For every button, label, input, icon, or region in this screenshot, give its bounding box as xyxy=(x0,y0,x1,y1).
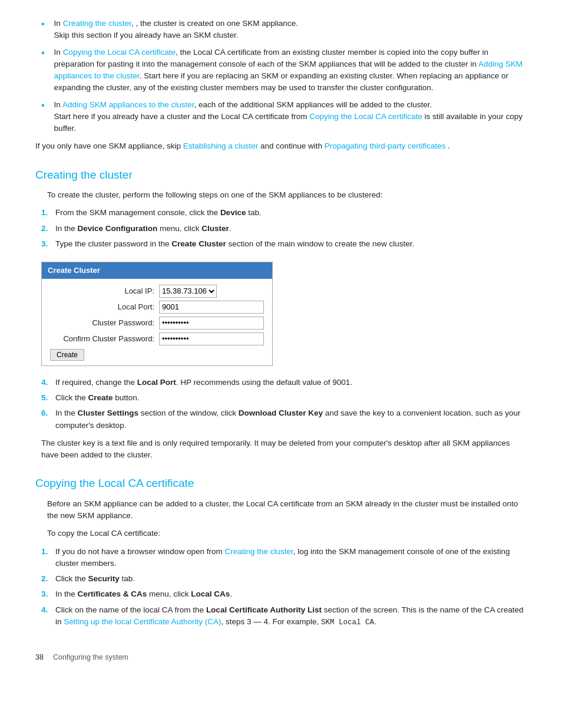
section2-step-2-num: 2. xyxy=(41,573,52,585)
section2-step-3-text: In the Certificates & CAs menu, click Lo… xyxy=(55,588,527,600)
creating-cluster-link-3[interactable]: Creating the cluster xyxy=(224,547,293,556)
local-ip-label: Local IP: xyxy=(50,285,159,297)
cluster-box-body: Local IP: 15.38.73.106 Local Port: Clust… xyxy=(42,279,272,365)
step-6-text: In the Cluster Settings section of the w… xyxy=(55,407,527,431)
section2-step-4-text: Click on the name of the local CA from t… xyxy=(55,604,527,628)
section2-step-2-bold: Security xyxy=(88,574,120,583)
bullet-3-text2: Start here if you already have a cluster… xyxy=(54,112,310,121)
step-5-text: Click the Create button. xyxy=(55,392,527,404)
setting-up-ca-link[interactable]: Setting up the local Certificate Authori… xyxy=(64,617,221,626)
step-5-bold: Create xyxy=(88,393,113,402)
step-6: 6. In the Cluster Settings section of th… xyxy=(35,407,527,431)
step-2-text: In the Device Configuration menu, click … xyxy=(55,223,527,235)
step-2-num: 2. xyxy=(41,223,52,235)
section2-step-2: 2. Click the Security tab. xyxy=(35,573,527,585)
creating-cluster-link-1[interactable]: Creating the cluster xyxy=(63,19,131,28)
step-2-bold2: Cluster xyxy=(201,224,229,233)
section2-step-1-num: 1. xyxy=(41,546,52,570)
step-1-bold: Device xyxy=(220,208,246,217)
step-4-num: 4. xyxy=(41,377,52,388)
cluster-form-row-confirm: Confirm Cluster Password: xyxy=(50,332,264,345)
page-number: 38 xyxy=(35,652,44,663)
local-ip-select[interactable]: 15.38.73.106 xyxy=(159,285,217,298)
step-6-bold1: Cluster Settings xyxy=(78,409,139,417)
step-1-text: From the SKM management console, click t… xyxy=(55,207,527,219)
cluster-form-row-ip: Local IP: 15.38.73.106 xyxy=(50,285,264,298)
section2-intro1: Before an SKM appliance can be added to … xyxy=(35,498,527,522)
step-1-num: 1. xyxy=(41,207,52,219)
local-port-input[interactable] xyxy=(159,301,264,314)
bullet-2-content: In Copying the Local CA certificate, the… xyxy=(54,47,527,94)
step-3-bold: Create Cluster xyxy=(171,239,226,248)
intro-para-prefix: If you only have one SKM appliance, skip xyxy=(35,141,183,150)
section2-step-1-text: If you do not have a browser window open… xyxy=(55,546,527,570)
section2-step-4-bold1: Local Certificate Authority List xyxy=(206,605,322,614)
step-2: 2. In the Device Configuration menu, cli… xyxy=(35,223,527,235)
step-3-text: Type the cluster password in the Create … xyxy=(55,238,527,250)
page-footer: 38 Configuring the system xyxy=(35,652,527,663)
intro-para-suffix: . xyxy=(448,141,450,150)
section2-steps: 1. If you do not have a browser window o… xyxy=(35,546,527,628)
skm-local-ca-code: SKM Local CA xyxy=(321,618,374,627)
bullet-item-1: In Creating the cluster, , the cluster i… xyxy=(35,18,527,42)
section1-intro: To create the cluster, perform the follo… xyxy=(35,189,527,201)
copying-ca-link-2[interactable]: Copying the Local CA certificate xyxy=(309,112,422,121)
step-3-num: 3. xyxy=(41,238,52,250)
bullet-3-text1: each of the additional SKM appliances wi… xyxy=(199,100,432,109)
step-5: 5. Click the Create button. xyxy=(35,392,527,404)
confirm-password-input[interactable] xyxy=(159,332,264,345)
section2-step-3-num: 3. xyxy=(41,588,52,600)
adding-skm-link-2[interactable]: Adding SKM appliances to the cluster xyxy=(62,100,194,109)
section2-step-3-bold2: Local CAs xyxy=(191,589,230,598)
section2-intro2: To copy the Local CA certificate: xyxy=(35,528,527,539)
section1-steps2: 4. If required, change the Local Port. H… xyxy=(35,377,527,431)
step-5-num: 5. xyxy=(41,392,52,404)
cluster-password-label: Cluster Password: xyxy=(50,317,159,329)
local-port-label: Local Port: xyxy=(50,301,159,313)
section2-step-3: 3. In the Certificates & CAs menu, click… xyxy=(35,588,527,600)
footer-text: Configuring the system xyxy=(53,652,128,663)
cluster-form-create-row: Create xyxy=(50,349,264,361)
step-1: 1. From the SKM management console, clic… xyxy=(35,207,527,219)
section2-step-4: 4. Click on the name of the local CA fro… xyxy=(35,604,527,628)
cluster-box-header: Create Cluster xyxy=(42,262,272,279)
cluster-form-row-password: Cluster Password: xyxy=(50,317,264,330)
cluster-key-note-text: The cluster key is a text file and is on… xyxy=(41,437,527,462)
bullet-1-text2: Skip this section if you already have an… xyxy=(54,31,239,39)
bullet-3-content: In Adding SKM appliances to the cluster,… xyxy=(54,99,527,135)
bullet-item-3: In Adding SKM appliances to the cluster,… xyxy=(35,99,527,135)
step-6-num: 6. xyxy=(41,407,52,431)
section1-heading: Creating the cluster xyxy=(35,167,527,184)
section2-heading: Copying the Local CA certificate xyxy=(35,475,527,492)
section2-step-1: 1. If you do not have a browser window o… xyxy=(35,546,527,570)
section2-step-3-bold1: Certificates & CAs xyxy=(78,589,147,598)
create-button[interactable]: Create xyxy=(50,349,84,361)
copying-ca-link-1[interactable]: Copying the Local CA certificate xyxy=(63,48,176,57)
step-2-bold1: Device Configuration xyxy=(78,224,158,233)
section2-step-2-text: Click the Security tab. xyxy=(55,573,527,585)
section2-step-4-num: 4. xyxy=(41,604,52,628)
bullet-1-text1: , the cluster is created on one SKM appl… xyxy=(135,19,297,28)
intro-para-middle: and continue with xyxy=(260,141,325,150)
bullet-item-2: In Copying the Local CA certificate, the… xyxy=(35,47,527,94)
cluster-password-input[interactable] xyxy=(159,317,264,330)
step-4-bold: Local Port xyxy=(137,378,176,387)
propagating-certs-link[interactable]: Propagating third-party certificates xyxy=(325,141,446,150)
step-4-text: If required, change the Local Port. HP r… xyxy=(55,377,527,388)
establishing-cluster-link[interactable]: Establishing a cluster xyxy=(183,141,259,150)
create-cluster-box: Create Cluster Local IP: 15.38.73.106 Lo… xyxy=(41,262,273,366)
bullet-1-content: In Creating the cluster, , the cluster i… xyxy=(54,18,298,42)
section1-steps: 1. From the SKM management console, clic… xyxy=(35,207,527,250)
cluster-key-note: The cluster key is a text file and is on… xyxy=(41,437,527,462)
intro-paragraph: If you only have one SKM appliance, skip… xyxy=(35,140,527,152)
intro-bullet-list: In Creating the cluster, , the cluster i… xyxy=(35,18,527,134)
step-3: 3. Type the cluster password in the Crea… xyxy=(35,238,527,250)
cluster-form-row-port: Local Port: xyxy=(50,301,264,314)
step-4: 4. If required, change the Local Port. H… xyxy=(35,377,527,388)
confirm-password-label: Confirm Cluster Password: xyxy=(50,333,159,345)
step-6-bold2: Download Cluster Key xyxy=(239,409,323,417)
